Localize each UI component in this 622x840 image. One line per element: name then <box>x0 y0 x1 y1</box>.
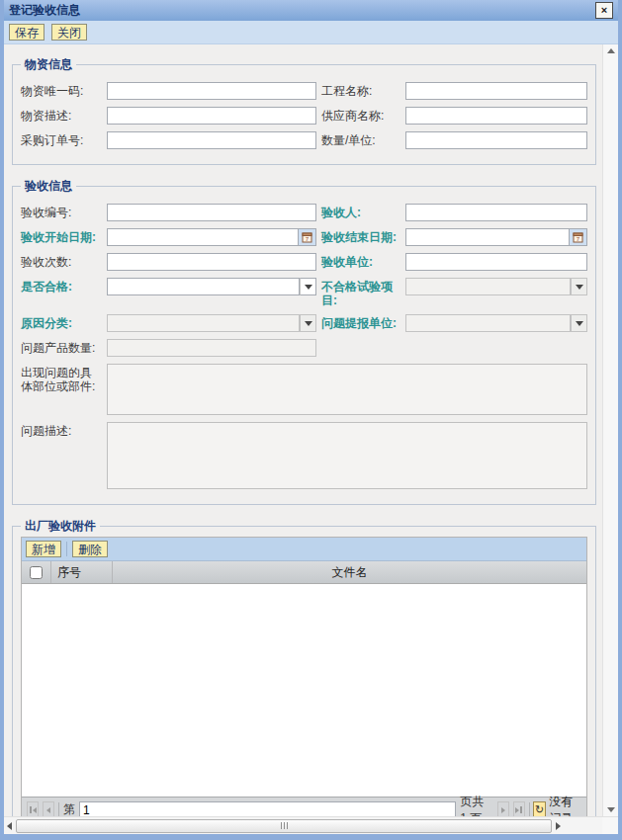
problem-part-label: 出现问题的具体部位或部件: <box>21 364 102 393</box>
select-all-checkbox[interactable] <box>30 566 43 579</box>
refresh-button[interactable]: ↻ <box>533 801 545 816</box>
reason-category-combo <box>107 314 300 332</box>
no-records-text: 没有记录 <box>550 794 581 817</box>
material-desc-label: 物资描述: <box>21 109 102 123</box>
filename-column-header[interactable]: 文件名 <box>113 564 586 581</box>
material-desc-input[interactable] <box>107 107 316 125</box>
start-date-label: 验收开始日期: <box>21 230 102 244</box>
acceptance-info-section: 验收信息 验收编号: 验收人: 验收开始日期: 7 验收结束日期: <box>12 178 596 505</box>
scroll-right-icon[interactable] <box>556 822 561 830</box>
content-area: 物资信息 物资唯一码: 工程名称: 物资描述: 供应商名称: 采购订单号: 数量 <box>4 44 618 816</box>
attachments-table-header: 序号 文件名 <box>22 561 586 584</box>
horizontal-scrollbar[interactable] <box>4 817 602 834</box>
acceptance-info-legend: 验收信息 <box>21 178 76 195</box>
problem-part-textarea <box>107 364 587 415</box>
acceptance-person-label: 验收人: <box>321 206 400 219</box>
unqualified-items-combo <box>405 278 571 295</box>
order-no-input[interactable] <box>107 131 316 149</box>
project-name-label: 工程名称: <box>321 84 400 98</box>
scroll-up-icon[interactable] <box>607 48 615 53</box>
quantity-unit-label: 数量/单位: <box>321 133 400 147</box>
calendar-icon: 7 <box>573 231 584 243</box>
dialog-title: 登记验收信息 <box>9 2 80 19</box>
form-area: 物资信息 物资唯一码: 工程名称: 物资描述: 供应商名称: 采购订单号: 数量 <box>4 44 602 816</box>
reason-category-label: 原因分类: <box>21 316 102 330</box>
qualified-label: 是否合格: <box>21 278 102 294</box>
start-date-trigger[interactable]: 7 <box>299 228 316 246</box>
prev-page-button <box>43 801 54 816</box>
page-total-label: 页共 1 页 <box>460 794 492 817</box>
page-label: 第 <box>63 801 75 816</box>
scroll-left-icon[interactable] <box>7 822 12 830</box>
unique-code-input[interactable] <box>107 82 316 100</box>
material-info-legend: 物资信息 <box>21 56 76 73</box>
pager-separator <box>529 802 530 816</box>
attachments-legend: 出厂验收附件 <box>21 518 100 535</box>
save-button[interactable]: 保存 <box>9 24 44 41</box>
start-date-input[interactable] <box>107 228 299 246</box>
acceptance-times-label: 验收次数: <box>21 255 102 269</box>
order-no-label: 采购订单号: <box>21 133 102 147</box>
material-info-section: 物资信息 物资唯一码: 工程名称: 物资描述: 供应商名称: 采购订单号: 数量 <box>12 56 596 165</box>
page-number-input[interactable] <box>79 801 456 817</box>
select-all-cell <box>22 561 51 583</box>
next-page-button <box>497 801 509 816</box>
scroll-down-icon[interactable] <box>607 807 615 812</box>
pagination-bar: 第 页共 1 页 ↻ 没有记录 <box>22 797 586 816</box>
scrollbar-thumb[interactable] <box>16 819 552 833</box>
seq-column-header[interactable]: 序号 <box>51 561 113 583</box>
chevron-down-icon <box>571 278 587 295</box>
chevron-down-icon <box>300 314 316 332</box>
horizontal-scrollbar-row <box>4 816 618 834</box>
attachments-section: 出厂验收附件 新增 删除 序号 文件名 <box>12 518 596 816</box>
qualified-combo[interactable] <box>107 278 300 295</box>
calendar-icon: 7 <box>302 231 313 243</box>
problem-desc-textarea <box>107 422 587 489</box>
problem-qty-label: 问题产品数量: <box>21 341 102 355</box>
unqualified-items-label: 不合格试验项目: <box>321 278 400 307</box>
main-toolbar: 保存 关闭 <box>4 21 618 44</box>
end-date-label: 验收结束日期: <box>321 230 400 244</box>
problem-desc-label: 问题描述: <box>21 422 102 438</box>
problem-qty-input <box>107 339 316 357</box>
project-name-input[interactable] <box>405 82 587 100</box>
vertical-scrollbar[interactable] <box>602 44 618 816</box>
title-bar: 登记验收信息 × <box>4 0 618 21</box>
end-date-trigger[interactable]: 7 <box>570 228 587 246</box>
acceptance-no-input[interactable] <box>107 204 316 221</box>
close-icon[interactable]: × <box>595 2 613 19</box>
chevron-down-icon <box>571 314 587 332</box>
end-date-input[interactable] <box>405 228 570 246</box>
acceptance-unit-label: 验收单位: <box>321 255 400 269</box>
refresh-icon: ↻ <box>535 804 544 815</box>
acceptance-no-label: 验收编号: <box>21 206 102 219</box>
supplier-name-input[interactable] <box>405 107 587 125</box>
chevron-down-icon[interactable] <box>300 278 316 295</box>
close-button[interactable]: 关闭 <box>51 24 87 41</box>
quantity-unit-input[interactable] <box>405 131 587 149</box>
pager-separator <box>58 802 59 816</box>
unique-code-label: 物资唯一码: <box>21 84 102 98</box>
attachments-toolbar: 新增 删除 <box>22 538 586 561</box>
dialog-window: 登记验收信息 × 保存 关闭 物资信息 物资唯一码: 工程名称: 物资描述: 供… <box>0 0 622 840</box>
first-page-button <box>27 801 39 816</box>
attachments-grid: 新增 删除 序号 文件名 <box>21 537 587 816</box>
acceptance-unit-input[interactable] <box>405 253 587 271</box>
acceptance-times-input[interactable] <box>107 253 316 271</box>
add-attachment-button[interactable]: 新增 <box>26 541 61 557</box>
toolbar-separator <box>66 542 67 556</box>
last-page-button <box>513 801 525 816</box>
delete-attachment-button[interactable]: 删除 <box>72 541 108 557</box>
report-unit-combo <box>405 314 571 332</box>
scrollbar-corner <box>602 817 618 834</box>
acceptance-person-input[interactable] <box>405 204 587 221</box>
attachments-table-body <box>22 584 586 797</box>
report-unit-label: 问题提报单位: <box>321 316 400 330</box>
supplier-name-label: 供应商名称: <box>321 109 400 123</box>
